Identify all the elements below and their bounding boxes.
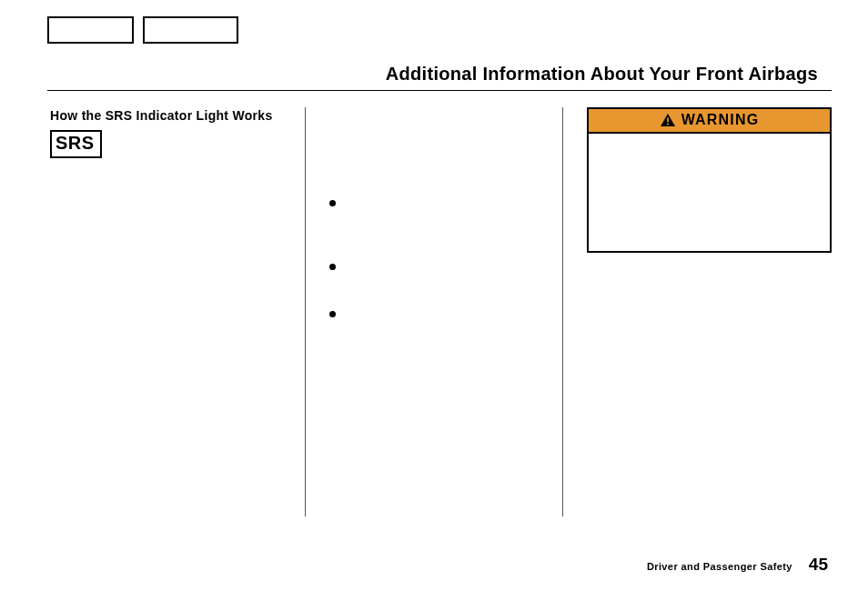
list-item: [329, 306, 553, 322]
nav-box-2[interactable]: [143, 16, 238, 44]
srs-badge: SRS: [50, 130, 102, 158]
warning-label: WARNING: [681, 112, 760, 128]
nav-box-1[interactable]: [47, 16, 134, 44]
top-nav-placeholder: [47, 16, 238, 44]
page-footer: Driver and Passenger Safety 45: [647, 555, 828, 575]
column-2: [306, 107, 563, 516]
section-heading: How the SRS Indicator Light Works: [50, 107, 296, 125]
svg-rect-1: [667, 124, 669, 125]
page-title: Additional Information About Your Front …: [386, 64, 818, 85]
page-number: 45: [809, 555, 828, 575]
warning-box: WARNING: [587, 107, 832, 253]
list-item: [329, 195, 553, 211]
warning-triangle-icon: [660, 113, 676, 127]
main-content: How the SRS Indicator Light Works SRS WA…: [50, 107, 832, 516]
column-3: WARNING: [563, 107, 832, 516]
column-1: How the SRS Indicator Light Works SRS: [50, 107, 306, 516]
warning-header: WARNING: [589, 109, 830, 134]
title-divider: [47, 90, 832, 91]
svg-rect-0: [667, 117, 669, 122]
footer-section-name: Driver and Passenger Safety: [647, 561, 792, 572]
list-item: [329, 258, 553, 275]
bullet-list: [329, 195, 553, 322]
